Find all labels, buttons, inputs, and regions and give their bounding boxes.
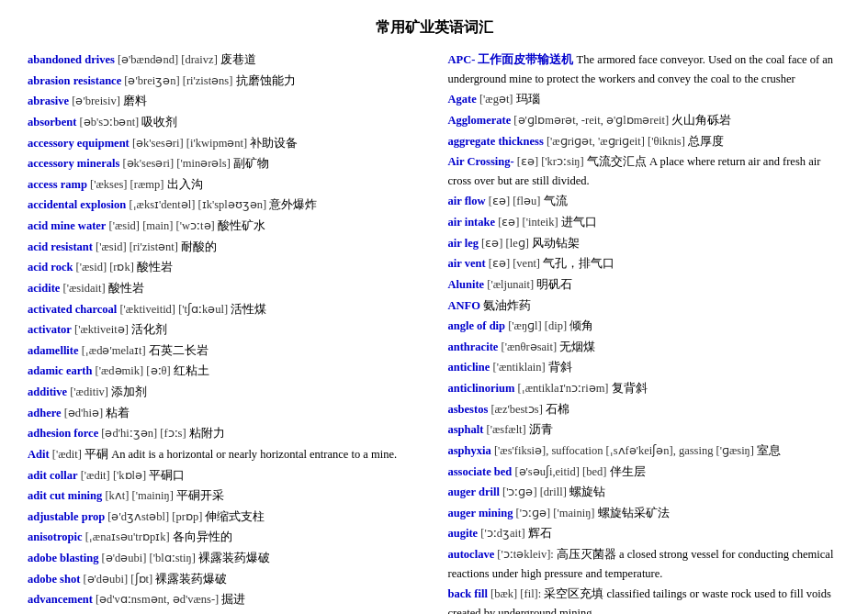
- list-item: adamellite [ˌædə'melaɪt] 石英二长岩: [28, 341, 421, 361]
- list-item: Agate ['ægət] 玛瑙: [448, 90, 841, 109]
- list-item: air flow [ɛə] [fləu] 气流: [448, 192, 841, 211]
- list-item: autoclave ['ɔːtəkleiv]: 高压灭菌器 a closed s…: [448, 545, 841, 583]
- list-item: associate bed [ə'səuʃi,eitid] [bed] 伴生层: [448, 463, 841, 482]
- list-item: back fill [bæk] [fil]: 采空区充填 classified …: [448, 585, 841, 614]
- list-item: adit collar ['ædit] ['kɒlə] 平硐口: [28, 466, 421, 486]
- list-item: Air Crossing- [ɛə] ['krɔːsiŋ] 气流交汇点 A pl…: [448, 152, 841, 190]
- list-item: accidental explosion [ˌæksɪ'dentəl] [ɪk'…: [28, 195, 421, 215]
- list-item: accessory equipment [ək'sesəri] [i'kwipm…: [28, 134, 421, 153]
- list-item: adit cut mining [kʌt] ['mainiŋ] 平硐开采: [28, 486, 421, 506]
- list-item: acid mine water ['æsid] [main] ['wɔːtə] …: [28, 217, 421, 236]
- list-item: adhere [əd'hiə] 粘着: [28, 404, 421, 423]
- list-item: activated charcoal ['æktiveitid] ['tʃɑːk…: [28, 300, 421, 319]
- left-column: abandoned drives [ə'bændənd] [draivz] 废巷…: [28, 50, 421, 614]
- list-item: APC- 工作面皮带输送机 The armored face conveyor.…: [448, 50, 841, 88]
- right-column: APC- 工作面皮带输送机 The armored face conveyor.…: [448, 50, 841, 614]
- list-item: Alunite ['æljunait] 明矾石: [448, 275, 841, 295]
- list-item: adhesion force [əd'hiːʒən] [fɔːs] 粘附力: [28, 424, 421, 443]
- list-item: air leg [ɛə] [leɡ] 风动钻架: [448, 234, 841, 253]
- main-content: abandoned drives [ə'bændənd] [draivz] 废巷…: [28, 50, 840, 614]
- list-item: adobe blasting [ə'dəubi] ['blɑːstiŋ] 裸露装…: [28, 549, 421, 568]
- list-item: auger mining ['ɔːɡə] ['mainiŋ] 螺旋钻采矿法: [448, 504, 841, 523]
- list-item: adobe shot [ə'dəubi] [ʃɒt] 裸露装药爆破: [28, 570, 421, 589]
- list-item: asbestos [æz'bestɔs] 石棉: [448, 400, 841, 419]
- list-item: anticlinorium [ˌæntiklaɪ'nɔːriəm] 复背斜: [448, 379, 841, 398]
- list-item: absorbent [əb'sɔːbənt] 吸收剂: [28, 113, 421, 132]
- list-item: anthracite ['ænθrəsait] 无烟煤: [448, 338, 841, 357]
- list-item: acid resistant ['æsid] [ri'zistənt] 耐酸的: [28, 238, 421, 257]
- list-item: abandoned drives [ə'bændənd] [draivz] 废巷…: [28, 50, 421, 70]
- list-item: acidite ['æsidait] 酸性岩: [28, 279, 421, 298]
- list-item: additive ['æditiv] 添加剂: [28, 383, 421, 402]
- page-title: 常用矿业英语词汇: [28, 18, 840, 38]
- list-item: asphyxia ['æs'fiksiə], suffocation [ˌsʌf…: [448, 441, 841, 461]
- list-item: anisotropic [ˌænaɪsəu'trɒpɪk] 各向异性的: [28, 528, 421, 547]
- list-item: ANFO 氨油炸药: [448, 296, 841, 316]
- list-item: Adit ['ædit] 平硐 An adit is a horizontal …: [28, 445, 421, 464]
- list-item: adjustable prop [ə'dʒʌstəbl] [prɒp] 伸缩式支…: [28, 508, 421, 527]
- list-item: adamic earth ['ædəmik] [əːθ] 红粘土: [28, 362, 421, 381]
- list-item: Agglomerate [ə'ɡlɒmərət, -reit, ə'ɡlɒmər…: [448, 111, 841, 130]
- list-item: anticline ['æntiklain] 背斜: [448, 358, 841, 377]
- list-item: abrasion resistance [ə'breiʒən] [ri'zist…: [28, 72, 421, 91]
- list-item: air intake [ɛə] ['inteik] 进气口: [448, 213, 841, 232]
- list-item: auger drill ['ɔːɡə] [drill] 螺旋钻: [448, 483, 841, 502]
- list-item: activator ['æktiveitə] 活化剂: [28, 320, 421, 340]
- list-item: abrasive [ə'breisiv] 磨料: [28, 92, 421, 111]
- list-item: asphalt ['æsfælt] 沥青: [448, 420, 841, 440]
- list-item: angle of dip ['æŋɡl] [dip] 倾角: [448, 317, 841, 336]
- list-item: advancement [əd'vɑːnsmənt, əd'væns-] 掘进: [28, 590, 421, 609]
- list-item: augite ['ɔːdʒait] 辉石: [448, 524, 841, 543]
- list-item: aggregate thickness ['æɡriɡət, 'æɡriɡeit…: [448, 132, 841, 151]
- list-item: acid rock ['æsid] [rɒk] 酸性岩: [28, 258, 421, 277]
- list-item: accessory minerals [ək'sesəri] ['minərəl…: [28, 154, 421, 173]
- list-item: air vent [ɛə] [vent] 气孔，排气口: [448, 254, 841, 274]
- list-item: access ramp ['ækses] [ræmp] 出入沟: [28, 175, 421, 195]
